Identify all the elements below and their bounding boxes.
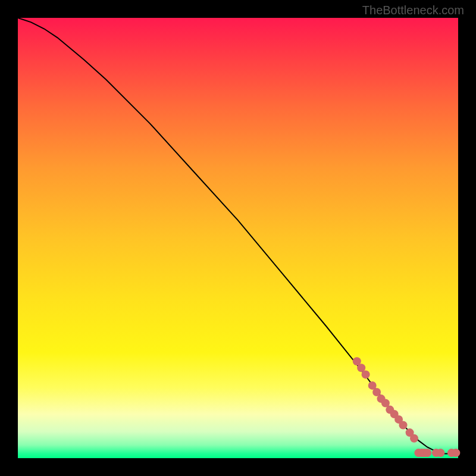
performance-curve <box>18 18 458 454</box>
highlight-dot <box>423 449 431 457</box>
highlight-dot <box>436 449 444 457</box>
highlight-dot <box>399 421 408 430</box>
chart-svg <box>18 18 458 458</box>
highlight-dot <box>362 370 370 378</box>
chart-frame: TheBottleneck.com <box>0 0 476 476</box>
highlight-dot <box>410 434 418 443</box>
attribution-text: TheBottleneck.com <box>362 4 464 17</box>
plot-area <box>18 18 458 458</box>
highlight-dot <box>452 449 460 457</box>
highlight-dots-group <box>353 357 461 457</box>
